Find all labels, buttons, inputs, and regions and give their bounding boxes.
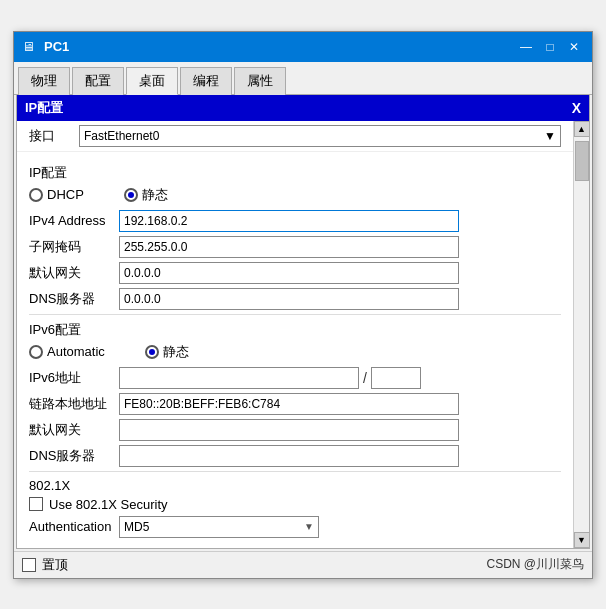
ipv4-section-title: IP配置 (29, 164, 561, 182)
authentication-value: MD5 (124, 520, 149, 534)
window-icon: 🖥 (22, 39, 38, 55)
dropdown-arrow-icon: ▼ (304, 521, 314, 532)
divider2 (29, 471, 561, 472)
ipv4-radio-row: DHCP 静态 (29, 186, 561, 204)
subnet-mask-label: 子网掩码 (29, 238, 119, 256)
ipv4-section: IP配置 DHCP 静态 IPv4 Address (17, 152, 573, 548)
default-gateway-row: 默认网关 (29, 262, 561, 284)
interface-value: FastEthernet0 (84, 129, 159, 143)
ipv6-prefix-input[interactable] (371, 367, 421, 389)
tab-config[interactable]: 配置 (72, 67, 124, 95)
ip-config-header: IP配置 X (17, 95, 589, 121)
ipv6-static-label: 静态 (163, 343, 189, 361)
minimize-button[interactable]: — (516, 37, 536, 57)
ipv6-gateway-input[interactable] (119, 419, 459, 441)
use-security-checkbox[interactable] (29, 497, 43, 511)
pin-checkbox[interactable] (22, 558, 36, 572)
default-gateway-input[interactable] (119, 262, 459, 284)
title-bar-left: 🖥 PC1 (22, 39, 69, 55)
static-radio[interactable]: 静态 (124, 186, 168, 204)
ipv6-address-input[interactable] (119, 367, 359, 389)
use-security-label: Use 802.1X Security (49, 497, 168, 512)
subnet-mask-input[interactable] (119, 236, 459, 258)
tab-programming[interactable]: 编程 (180, 67, 232, 95)
ipv6-auto-label: Automatic (47, 344, 105, 359)
bottom-bar: 置顶 CSDN @川川菜鸟 (14, 551, 592, 578)
maximize-button[interactable]: □ (540, 37, 560, 57)
ipv6-address-label: IPv6地址 (29, 369, 119, 387)
ipv6-dns-row: DNS服务器 (29, 445, 561, 467)
ipv6-gateway-row: 默认网关 (29, 419, 561, 441)
dns-row: DNS服务器 (29, 288, 561, 310)
ipv4-address-row: IPv4 Address (29, 210, 561, 232)
dhcp-label: DHCP (47, 187, 84, 202)
main-window: 🖥 PC1 — □ ✕ 物理 配置 桌面 编程 属性 IP配置 X 接口 (13, 31, 593, 579)
authentication-row: Authentication MD5 ▼ (29, 516, 561, 538)
divider1 (29, 314, 561, 315)
subnet-mask-row: 子网掩码 (29, 236, 561, 258)
static-label: 静态 (142, 186, 168, 204)
dns-label: DNS服务器 (29, 290, 119, 308)
ipv6-dns-label: DNS服务器 (29, 447, 119, 465)
interface-row: 接口 FastEthernet0 ▼ (17, 121, 573, 152)
ipv6-auto-radio-circle (29, 345, 43, 359)
ipv4-address-input[interactable] (119, 210, 459, 232)
pin-checkbox-row: 置顶 (22, 556, 68, 574)
interface-label: 接口 (29, 127, 79, 145)
tab-bar: 物理 配置 桌面 编程 属性 (14, 62, 592, 95)
dhcp-radio[interactable]: DHCP (29, 187, 84, 202)
scrollbar: ▲ ▼ (573, 121, 589, 548)
default-gateway-label: 默认网关 (29, 264, 119, 282)
window-title: PC1 (44, 39, 69, 54)
scroll-thumb[interactable] (575, 141, 589, 181)
scroll-down-arrow[interactable]: ▼ (574, 532, 590, 548)
title-controls: — □ ✕ (516, 37, 584, 57)
authentication-dropdown[interactable]: MD5 ▼ (119, 516, 319, 538)
link-local-label: 链路本地地址 (29, 395, 119, 413)
close-button[interactable]: ✕ (564, 37, 584, 57)
ipv6-static-radio-circle (145, 345, 159, 359)
content-area: IP配置 X 接口 FastEthernet0 ▼ IP配置 (16, 95, 590, 549)
scroll-up-arrow[interactable]: ▲ (574, 121, 590, 137)
pin-label: 置顶 (42, 556, 68, 574)
brand-text: CSDN @川川菜鸟 (486, 556, 584, 573)
main-content-wrapper: 接口 FastEthernet0 ▼ IP配置 DHCP (17, 121, 589, 548)
title-bar: 🖥 PC1 — □ ✕ (14, 32, 592, 62)
ipv6-input-group: / (119, 367, 421, 389)
tab-physics[interactable]: 物理 (18, 67, 70, 95)
static-radio-circle (124, 188, 138, 202)
ipv6-gateway-label: 默认网关 (29, 421, 119, 439)
tab-desktop[interactable]: 桌面 (126, 67, 178, 95)
link-local-input[interactable] (119, 393, 459, 415)
interface-dropdown-arrow: ▼ (544, 129, 556, 143)
use-security-row: Use 802.1X Security (29, 497, 561, 512)
ipv6-radio-row: Automatic 静态 (29, 343, 561, 361)
link-local-row: 链路本地地址 (29, 393, 561, 415)
ip-config-title: IP配置 (25, 99, 63, 117)
interface-select[interactable]: FastEthernet0 ▼ (79, 125, 561, 147)
slash-separator: / (363, 370, 367, 386)
ipv6-dns-input[interactable] (119, 445, 459, 467)
section-802-title: 802.1X (29, 478, 561, 493)
ipv4-address-label: IPv4 Address (29, 213, 119, 228)
ipv6-section-title: IPv6配置 (29, 321, 561, 339)
ip-config-close[interactable]: X (572, 100, 581, 116)
scroll-area: 接口 FastEthernet0 ▼ IP配置 DHCP (17, 121, 573, 548)
ipv6-address-row: IPv6地址 / (29, 367, 561, 389)
ipv6-static-radio[interactable]: 静态 (145, 343, 189, 361)
ipv6-auto-radio[interactable]: Automatic (29, 344, 105, 359)
dhcp-radio-circle (29, 188, 43, 202)
tab-properties[interactable]: 属性 (234, 67, 286, 95)
dns-input[interactable] (119, 288, 459, 310)
authentication-label: Authentication (29, 519, 119, 534)
